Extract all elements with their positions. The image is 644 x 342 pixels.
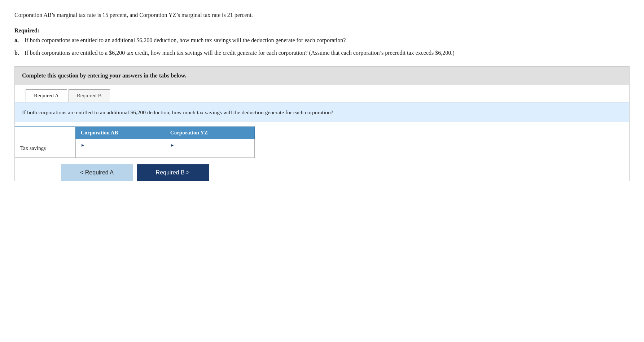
next-button[interactable]: Required B >	[137, 164, 209, 181]
triangle-ab-icon: ►	[81, 143, 85, 148]
question-b-text: If both corporations are entitled to a $…	[25, 49, 630, 58]
tax-savings-corp-yz-input[interactable]	[170, 148, 249, 154]
answer-table: Corporation AB Corporation YZ Tax saving…	[15, 126, 255, 158]
question-b-letter: b.	[14, 49, 25, 58]
nav-buttons-row: < Required A Required B >	[15, 164, 255, 181]
tabs-area: Required A Required B If both corporatio…	[14, 85, 630, 181]
tabs-nav: Required A Required B	[15, 85, 629, 102]
intro-text: Corporation AB’s marginal tax rate is 15…	[14, 11, 630, 19]
prev-button[interactable]: < Required A	[61, 164, 133, 181]
table-corner	[15, 126, 76, 139]
complete-banner: Complete this question by entering your …	[14, 66, 630, 85]
table-header-corp-yz: Corporation YZ	[165, 126, 254, 139]
question-a-text: If both corporations are entitled to an …	[25, 36, 630, 45]
required-section: Required: a. If both corporations are en…	[14, 27, 630, 58]
tab-a-description: If both corporations are entitled to an …	[22, 109, 333, 115]
question-b: b. If both corporations are entitled to …	[14, 49, 630, 58]
table-row: Tax savings ► ►	[15, 139, 255, 157]
tab-required-b[interactable]: Required B	[69, 89, 110, 102]
input-cell-corp-ab[interactable]: ►	[75, 139, 165, 157]
row-label-tax-savings: Tax savings	[15, 139, 76, 157]
question-a: a. If both corporations are entitled to …	[14, 36, 630, 45]
tab-required-a[interactable]: Required A	[26, 89, 67, 102]
input-cell-corp-yz[interactable]: ►	[165, 139, 254, 157]
tab-a-content: If both corporations are entitled to an …	[15, 102, 629, 122]
tax-savings-corp-ab-input[interactable]	[81, 148, 160, 154]
answer-table-wrapper: Corporation AB Corporation YZ Tax saving…	[15, 126, 629, 181]
table-header-corp-ab: Corporation AB	[75, 126, 165, 139]
required-label: Required:	[14, 27, 630, 34]
question-a-letter: a.	[14, 36, 25, 45]
triangle-yz-icon: ►	[170, 143, 175, 148]
